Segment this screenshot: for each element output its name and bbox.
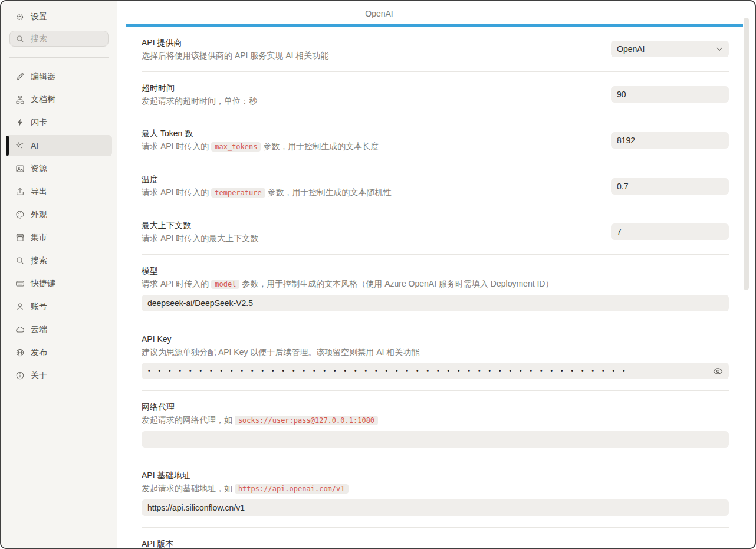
sidebar-item-appearance[interactable]: 外观: [6, 204, 112, 225]
sidebar-item-cloud[interactable]: 云端: [6, 319, 112, 340]
sidebar-divider: [9, 57, 109, 58]
sidebar-item-label: 关于: [31, 370, 47, 381]
sidebar-search-input[interactable]: 搜索: [9, 31, 109, 47]
base-url-input[interactable]: [142, 499, 729, 516]
settings-list: API 提供商选择后将使用该提供商的 API 服务实现 AI 相关功能OpenA…: [117, 27, 755, 548]
tab-openai[interactable]: OpenAI: [365, 9, 393, 18]
settings-row-api-key: API Key建议为思源单独分配 API Key 以便于后续管理。该项留空则禁用…: [142, 323, 729, 391]
gear-icon: [15, 12, 25, 22]
row-description: 发起请求的超时时间，单位：秒: [142, 94, 257, 107]
sidebar-item-account[interactable]: 账号: [6, 296, 112, 317]
settings-row-api-provider: API 提供商选择后将使用该提供商的 API 服务实现 AI 相关功能OpenA…: [142, 27, 729, 72]
sidebar-item-label: 闪卡: [31, 117, 47, 128]
settings-row-max-tokens: 最大 Token 数请求 API 时传入的 max_tokens 参数，用于控制…: [142, 117, 729, 163]
row-control: [142, 295, 729, 311]
settings-row-base-url: API 基础地址发起请求的基础地址，如 https://api.openai.c…: [142, 459, 729, 528]
row-control: [611, 178, 729, 195]
palette-icon: [15, 210, 25, 219]
settings-row-api-version: API 版本仅在使用 Azure OpenAI 服务时需要设置: [142, 528, 729, 548]
row-text: 温度请求 API 时传入的 temperature 参数，用于控制生成的文本随机…: [142, 173, 392, 199]
row-description: 建议为思源单独分配 API Key 以便于后续管理。该项留空则禁用 AI 相关功…: [142, 346, 729, 359]
sidebar-item-search[interactable]: 搜索: [6, 250, 112, 271]
export-icon: [15, 187, 25, 196]
row-text: API 基础地址发起请求的基础地址，如 https://api.openai.c…: [142, 469, 729, 495]
model-input[interactable]: [142, 295, 729, 311]
row-title: 网络代理: [142, 400, 729, 413]
row-text: 最大上下文数请求 API 时传入的最大上下文数: [142, 219, 258, 245]
active-indicator: [6, 136, 9, 156]
row-text: API 提供商选择后将使用该提供商的 API 服务实现 AI 相关功能: [142, 36, 328, 62]
sidebar-item-label: 搜索: [31, 255, 47, 266]
row-description: 请求 API 时传入的 max_tokens 参数，用于控制生成的文本长度: [142, 140, 379, 153]
inline-code: model: [211, 280, 239, 289]
row-control: OpenAI: [611, 41, 729, 57]
sidebar-item-flashcard[interactable]: 闪卡: [6, 112, 112, 133]
sidebar-item-bazaar[interactable]: 集市: [6, 227, 112, 248]
settings-row-model: 模型请求 API 时传入的 model 参数，用于控制生成的文本风格（使用 Az…: [142, 255, 729, 323]
sidebar-item-ai[interactable]: AI: [6, 135, 112, 156]
row-title: API 提供商: [142, 36, 328, 49]
proxy-input[interactable]: [142, 431, 729, 448]
sidebar-item-export[interactable]: 导出: [6, 181, 112, 202]
max-context-input[interactable]: [611, 223, 729, 240]
settings-dialog-title: 设置: [1, 9, 117, 25]
scrollbar-thumb[interactable]: [744, 18, 749, 290]
settings-title-label: 设置: [31, 12, 47, 22]
temperature-input[interactable]: [611, 178, 729, 195]
settings-row-timeout: 超时时间发起请求的超时时间，单位：秒: [142, 72, 729, 117]
settings-row-temperature: 温度请求 API 时传入的 temperature 参数，用于控制生成的文本随机…: [142, 163, 729, 209]
inline-code: https://api.openai.com/v1: [235, 484, 349, 494]
row-description: 请求 API 时传入的 temperature 参数，用于控制生成的文本随机性: [142, 186, 392, 199]
row-title: API Key: [142, 333, 729, 346]
row-description: 选择后将使用该提供商的 API 服务实现 AI 相关功能: [142, 49, 328, 62]
sidebar-item-label: 账号: [31, 301, 47, 312]
inline-code: max_tokens: [211, 142, 261, 152]
settings-main-panel: OpenAI API 提供商选择后将使用该提供商的 API 服务实现 AI 相关…: [117, 1, 755, 548]
sidebar-item-label: 资源: [31, 163, 47, 174]
sidebar-item-label: 外观: [31, 209, 47, 220]
row-control: ••••••••••••••••••••••••••••••••••••••••…: [142, 363, 729, 379]
sidebar-item-about[interactable]: 关于: [6, 365, 112, 386]
sidebar-item-label: 导出: [31, 186, 47, 197]
row-text: 最大 Token 数请求 API 时传入的 max_tokens 参数，用于控制…: [142, 127, 379, 153]
search-placeholder: 搜索: [31, 34, 47, 44]
row-control: [611, 86, 729, 103]
globe-icon: [15, 348, 25, 357]
search-icon: [15, 34, 25, 44]
api-key-input[interactable]: ••••••••••••••••••••••••••••••••••••••••…: [142, 363, 729, 379]
sidebar-item-editor[interactable]: 编辑器: [6, 66, 112, 87]
row-title: 模型: [142, 264, 729, 277]
row-control: [142, 499, 729, 516]
sidebar-item-label: AI: [31, 141, 38, 150]
sidebar-item-assets[interactable]: 资源: [6, 158, 112, 179]
settings-dialog: 设置 搜索 编辑器 文档树 闪卡 AI 资: [0, 0, 756, 549]
sidebar-item-hotkeys[interactable]: 快捷键: [6, 273, 112, 294]
lightning-icon: [15, 118, 25, 127]
eye-icon[interactable]: [713, 366, 724, 376]
row-title: 温度: [142, 173, 392, 186]
sidebar-item-publish[interactable]: 发布: [6, 342, 112, 363]
timeout-input[interactable]: [611, 86, 729, 103]
store-icon: [15, 233, 25, 242]
max-tokens-input[interactable]: [611, 132, 729, 149]
sidebar-item-label: 编辑器: [31, 71, 55, 82]
tree-icon: [15, 95, 25, 104]
selected-value: OpenAI: [617, 44, 645, 54]
cloud-icon: [15, 325, 25, 334]
provider-tab-bar: OpenAI: [117, 1, 755, 24]
search-icon: [15, 256, 25, 265]
sparkles-icon: [15, 141, 25, 150]
row-text: API Key建议为思源单独分配 API Key 以便于后续管理。该项留空则禁用…: [142, 333, 729, 359]
row-title: 最大上下文数: [142, 219, 258, 232]
person-icon: [15, 302, 25, 311]
sidebar-item-label: 快捷键: [31, 278, 55, 289]
keyboard-icon: [15, 279, 25, 288]
row-control: [611, 223, 729, 240]
masked-api-key: ••••••••••••••••••••••••••••••••••••••••…: [148, 363, 633, 379]
sidebar-item-doc-tree[interactable]: 文档树: [6, 89, 112, 110]
row-title: API 版本: [142, 537, 289, 548]
inline-code: socks://user:pass@127.0.0.1:1080: [235, 416, 378, 425]
chevron-down-icon: [715, 44, 724, 54]
row-title: API 基础地址: [142, 469, 729, 482]
api-provider-select[interactable]: OpenAI: [611, 41, 729, 57]
